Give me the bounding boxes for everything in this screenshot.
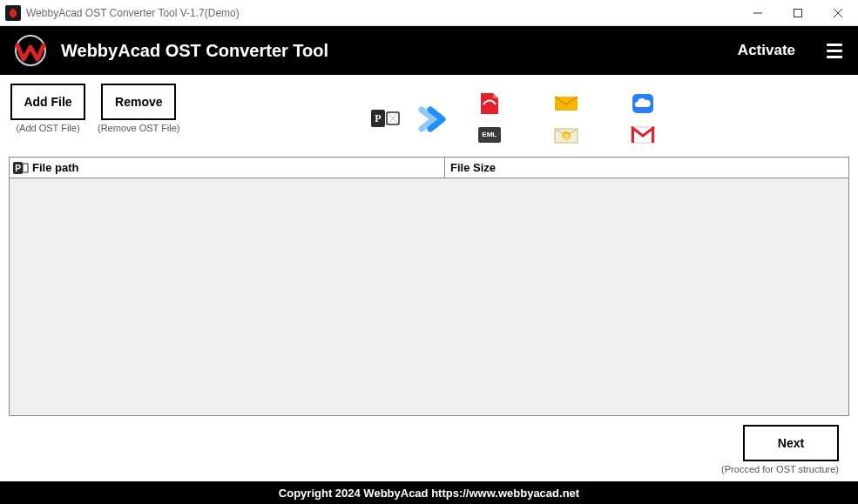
svg-rect-16 bbox=[23, 164, 28, 172]
gmail-icon bbox=[631, 124, 655, 145]
col-size-label: File Size bbox=[450, 161, 496, 174]
close-button[interactable] bbox=[818, 0, 858, 26]
maximize-button[interactable] bbox=[778, 0, 818, 26]
table-body bbox=[10, 178, 848, 415]
file-path-header-icon: P bbox=[13, 160, 29, 176]
app-icon bbox=[5, 5, 21, 21]
column-file-path[interactable]: P File path bbox=[10, 158, 445, 178]
table-header-row: P File path File Size bbox=[10, 158, 848, 178]
source-file-icon: P bbox=[371, 106, 401, 132]
svg-rect-12 bbox=[632, 127, 634, 143]
arrow-right-icon bbox=[416, 104, 448, 134]
menu-icon[interactable] bbox=[827, 44, 842, 58]
conversion-icons-row: P EML @ bbox=[193, 84, 848, 148]
toolbar: Add File (Add OST File) Remove (Remove O… bbox=[0, 75, 858, 153]
app-header: WebbyAcad OST Converter Tool Activate bbox=[0, 26, 858, 75]
remove-file-subtitle: (Remove OST File) bbox=[98, 123, 180, 133]
add-file-subtitle: (Add OST File) bbox=[16, 123, 79, 133]
icloud-icon bbox=[631, 93, 655, 114]
activate-button[interactable]: Activate bbox=[738, 42, 795, 59]
svg-text:P: P bbox=[375, 112, 381, 124]
eml-badge-text: EML bbox=[477, 124, 502, 145]
svg-text:P: P bbox=[15, 164, 21, 173]
brand-logo-icon bbox=[9, 33, 52, 68]
svg-text:@: @ bbox=[563, 132, 570, 140]
col-path-label: File path bbox=[32, 161, 78, 174]
mail-yellow-icon bbox=[554, 93, 578, 114]
add-file-button[interactable]: Add File bbox=[10, 84, 85, 120]
window-title: WebbyAcad OST Converter Tool V-1.7(Demo) bbox=[26, 7, 738, 19]
pdf-icon bbox=[477, 93, 502, 114]
remove-file-button[interactable]: Remove bbox=[101, 84, 176, 120]
file-table: P File path File Size bbox=[9, 157, 849, 416]
app-title: WebbyAcad OST Converter Tool bbox=[61, 41, 738, 61]
next-subtitle: (Procced for OST structure) bbox=[721, 464, 839, 474]
postmark-icon: @ bbox=[554, 124, 578, 145]
svg-rect-0 bbox=[794, 9, 802, 17]
copyright-bar: Copyright 2024 WebbyAcad https://www.web… bbox=[0, 481, 858, 504]
column-file-size[interactable]: File Size bbox=[445, 158, 848, 178]
minimize-button[interactable] bbox=[738, 0, 778, 26]
svg-rect-13 bbox=[652, 127, 654, 143]
titlebar: WebbyAcad OST Converter Tool V-1.7(Demo) bbox=[0, 0, 858, 26]
eml-icon: EML bbox=[477, 124, 502, 145]
next-button[interactable]: Next bbox=[743, 425, 839, 461]
